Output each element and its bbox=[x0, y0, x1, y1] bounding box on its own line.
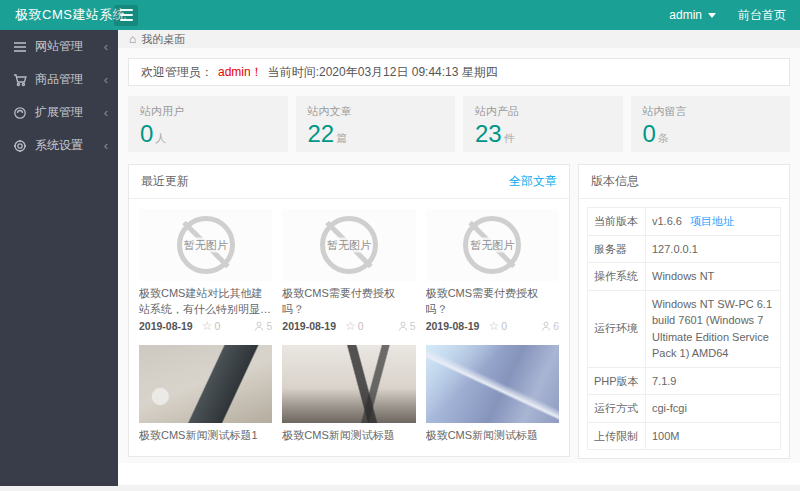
admin-dropdown[interactable]: admin bbox=[669, 8, 716, 22]
table-row: 当前版本 v1.6.6项目地址 bbox=[588, 208, 781, 236]
version-value: 7.1.9 bbox=[646, 367, 781, 395]
chevron-left-icon: ‹ bbox=[104, 106, 108, 119]
panel-title: 版本信息 bbox=[591, 173, 639, 190]
article-date: 2019-08-19 bbox=[139, 320, 193, 332]
no-image-label: 暂无图片 bbox=[183, 238, 229, 253]
version-value: Windows NT bbox=[646, 263, 781, 291]
table-row: 运行环境 Windows NT SW-PC 6.1 build 7601 (Wi… bbox=[588, 290, 781, 367]
version-label: 运行环境 bbox=[588, 290, 646, 367]
star-count: 0 bbox=[501, 320, 507, 332]
view-count: 15 bbox=[261, 456, 273, 457]
stat-value: 23 bbox=[475, 120, 502, 147]
footer bbox=[118, 463, 800, 485]
caret-down-icon bbox=[708, 13, 716, 18]
user-icon bbox=[541, 321, 551, 331]
chevron-left-icon: ‹ bbox=[104, 40, 108, 53]
article-card[interactable]: 暂无图片 极致CMS建站对比其他建站系统，有什么特别明显的优势？ 2019-08… bbox=[139, 209, 272, 335]
welcome-current-time: 当前时间:2020年03月12日 09:44:13 星期四 bbox=[268, 64, 498, 81]
article-card[interactable]: 暂无图片 极致CMS需要付费授权吗？ 2019-08-19 ☆0 5 bbox=[282, 209, 415, 335]
frontend-home-link[interactable]: 前台首页 bbox=[738, 7, 786, 24]
table-row: 操作系统 Windows NT bbox=[588, 263, 781, 291]
article-card[interactable]: 暂无图片 极致CMS需要付费授权吗？ 2019-08-19 ☆0 6 bbox=[426, 209, 559, 335]
sidebar-item-label: 网站管理 bbox=[35, 38, 83, 55]
stat-card-messages: 站内留言 0条 bbox=[631, 96, 791, 152]
view-count: 6 bbox=[553, 456, 559, 457]
sidebar-item-products[interactable]: 商品管理 ‹ bbox=[0, 63, 118, 96]
stat-label: 站内产品 bbox=[475, 104, 611, 119]
no-image-icon: 暂无图片 bbox=[426, 209, 559, 281]
top-bar: 极致CMS建站系统 admin 前台首页 bbox=[0, 0, 800, 30]
star-count: 0 bbox=[358, 456, 364, 457]
version-value: 127.0.0.1 bbox=[646, 235, 781, 263]
topbar-actions: admin 前台首页 bbox=[669, 7, 800, 24]
sidebar-item-website[interactable]: 网站管理 ‹ bbox=[0, 30, 118, 63]
chevron-left-icon: ‹ bbox=[104, 73, 108, 86]
admin-dashboard: 极致CMS建站系统 admin 前台首页 网站管理 ‹ 商品管理 ‹ bbox=[0, 0, 800, 491]
article-card[interactable]: 极致CMS新闻测试标题1 2019-08-09 ☆0 15 bbox=[139, 345, 272, 457]
star-count: 0 bbox=[214, 456, 220, 457]
all-articles-link[interactable]: 全部文章 bbox=[509, 173, 557, 190]
article-thumbnail-roof-architecture bbox=[426, 345, 559, 423]
article-date: 2019-08-19 bbox=[426, 320, 480, 332]
stat-value: 0 bbox=[643, 120, 656, 147]
chevron-left-icon: ‹ bbox=[104, 139, 108, 152]
version-label: 服务器 bbox=[588, 235, 646, 263]
welcome-prefix: 欢迎管理员： bbox=[141, 64, 213, 81]
star-icon: ☆ bbox=[345, 455, 356, 457]
sidebar: 网站管理 ‹ 商品管理 ‹ 扩展管理 ‹ 系统设置 ‹ bbox=[0, 30, 118, 486]
home-icon: ⌂ bbox=[129, 32, 136, 46]
star-icon: ☆ bbox=[345, 319, 356, 333]
stat-card-users: 站内用户 0人 bbox=[128, 96, 288, 152]
article-card[interactable]: 极致CMS新闻测试标题 2019-08-09 ☆0 6 bbox=[426, 345, 559, 457]
stat-value: 22 bbox=[308, 120, 335, 147]
welcome-bar: 欢迎管理员： admin！ 当前时间:2020年03月12日 09:44:13 … bbox=[128, 58, 790, 86]
article-thumbnail-laptop-desk bbox=[139, 345, 272, 423]
gear-icon bbox=[13, 139, 27, 153]
main-area: ⌂ 我的桌面 欢迎管理员： admin！ 当前时间:2020年03月12日 09… bbox=[118, 30, 800, 491]
table-row: 上传限制 100M bbox=[588, 422, 781, 450]
no-image-icon: 暂无图片 bbox=[139, 209, 272, 281]
menu-icon[interactable] bbox=[114, 5, 138, 26]
sidebar-item-extensions[interactable]: 扩展管理 ‹ bbox=[0, 96, 118, 129]
sidebar-item-label: 商品管理 bbox=[35, 71, 83, 88]
user-icon bbox=[254, 321, 264, 331]
panels-row: 最近更新 全部文章 暂无图片 极致CMS建站对比其他建站系统，有什么特别明显的优… bbox=[128, 164, 790, 463]
version-label: 操作系统 bbox=[588, 263, 646, 291]
version-value: cgi-fcgi bbox=[646, 395, 781, 423]
dashboard-content: 欢迎管理员： admin！ 当前时间:2020年03月12日 09:44:13 … bbox=[118, 48, 800, 463]
extension-icon bbox=[13, 106, 27, 120]
star-count: 0 bbox=[358, 320, 364, 332]
no-image-label: 暂无图片 bbox=[326, 238, 372, 253]
sidebar-item-label: 系统设置 bbox=[35, 137, 83, 154]
breadcrumb-item-desktop[interactable]: 我的桌面 bbox=[141, 32, 185, 47]
no-image-icon: 暂无图片 bbox=[282, 209, 415, 281]
article-card[interactable]: 极致CMS新闻测试标题 2019-08-09 ☆0 8 bbox=[282, 345, 415, 457]
sidebar-item-label: 扩展管理 bbox=[35, 104, 83, 121]
no-image-label: 暂无图片 bbox=[469, 238, 515, 253]
stat-unit: 人 bbox=[155, 132, 166, 144]
article-thumbnail-loft-interior bbox=[282, 345, 415, 423]
star-icon: ☆ bbox=[202, 455, 213, 457]
version-label: PHP版本 bbox=[588, 367, 646, 395]
article-title: 极致CMS新闻测试标题 bbox=[426, 428, 559, 444]
welcome-admin-name: admin！ bbox=[218, 64, 263, 81]
article-date: 2019-08-09 bbox=[426, 456, 480, 457]
star-count: 0 bbox=[501, 456, 507, 457]
right-column: 版本信息 当前版本 v1.6.6项目地址 服务器 bbox=[578, 164, 790, 463]
table-row: 运行方式 cgi-fcgi bbox=[588, 395, 781, 423]
article-date: 2019-08-09 bbox=[139, 456, 193, 457]
cart-icon bbox=[13, 73, 27, 87]
stat-label: 站内留言 bbox=[643, 104, 779, 119]
stats-row: 站内用户 0人 站内文章 22篇 站内产品 23件 站内留言 0条 bbox=[128, 96, 790, 152]
stat-unit: 件 bbox=[504, 132, 515, 144]
sidebar-item-settings[interactable]: 系统设置 ‹ bbox=[0, 129, 118, 162]
star-icon: ☆ bbox=[202, 319, 213, 333]
article-title: 极致CMS需要付费授权吗？ bbox=[426, 286, 559, 318]
admin-username: admin bbox=[669, 8, 702, 22]
project-url-link[interactable]: 项目地址 bbox=[690, 215, 734, 227]
version-label: 运行方式 bbox=[588, 395, 646, 423]
stat-label: 站内用户 bbox=[140, 104, 276, 119]
app-logo: 极致CMS建站系统 bbox=[0, 6, 104, 24]
user-icon bbox=[398, 321, 408, 331]
star-icon: ☆ bbox=[488, 319, 499, 333]
